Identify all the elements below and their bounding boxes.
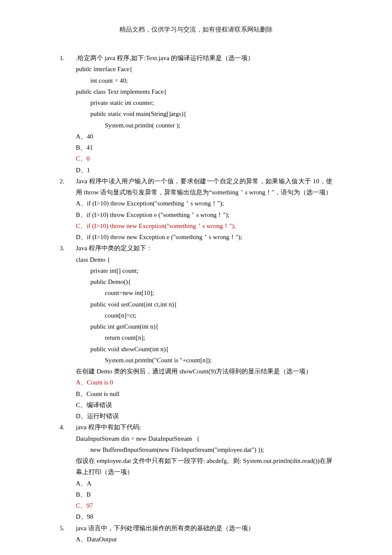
stem-line: new BufferedInputStream(new FileInputStr… xyxy=(76,444,332,455)
stem-line: pubilc class Text implements Face{ xyxy=(76,86,332,97)
question-body: java 语言中，下列处理输出操作的所有类的基础的是（选一项） A、DataOu… xyxy=(76,523,332,545)
stem-line: public int getCount(int n){ xyxy=(76,321,332,332)
stem-line: .给定两个 java 程序,如下:Text.java 的编译运行结果是（选一项） xyxy=(76,52,332,64)
question-number: 4. xyxy=(60,422,76,433)
question-number: 3. xyxy=(60,243,76,254)
stem-line: java 程序中有如下代码: xyxy=(76,422,332,433)
option: D、if (I>10) throw new Exception e ("some… xyxy=(76,231,332,243)
stem-line: Java 程序中读入用户输入的一个值，要求创建一个自定义的异常，如果输入值大于 … xyxy=(76,176,332,198)
option-correct: A、Count is 0 xyxy=(76,377,332,388)
stem-line: count=new int[10]; xyxy=(76,287,332,298)
option: A、if (I>10) throw Exception("something＇s… xyxy=(76,198,332,209)
stem-line: System.out.println( counter ); xyxy=(76,120,332,131)
question-number: 5. xyxy=(60,523,76,534)
question-body: java 程序中有如下代码: DataInputStream din = new… xyxy=(76,422,332,522)
stem-line: count[n]=ct; xyxy=(76,310,332,321)
stem-line: 在创建 Demo 类的实例后，通过调用 showCount(9)方法得到的显示结… xyxy=(76,366,332,377)
question-item: 1. .给定两个 java 程序,如下:Text.java 的编译运行结果是（选… xyxy=(60,52,332,176)
option: D、运行时错误 xyxy=(76,410,332,422)
stem-line: 假设在 employee.dat 文件中只有如下一段字符: abcdefg。则:… xyxy=(76,455,332,478)
option: B、if (I>10) throw Exception e ("somethin… xyxy=(76,209,332,220)
question-list: 1. .给定两个 java 程序,如下:Text.java 的编译运行结果是（选… xyxy=(60,52,332,545)
option: A、DataOutput xyxy=(76,534,332,545)
stem-line: public void showCount(int n){ xyxy=(76,344,332,355)
option-correct: C、if (I>10) throw new Exception("somethi… xyxy=(76,220,332,231)
option: D、98 xyxy=(76,511,332,522)
stem-line: Java 程序中类的定义如下： xyxy=(76,243,332,254)
stem-line: return count[n]; xyxy=(76,332,332,343)
option: C、编译错误 xyxy=(76,399,332,410)
stem-line: private int[] count; xyxy=(76,265,332,276)
option: B、41 xyxy=(76,142,332,153)
question-number: 1. xyxy=(60,52,76,64)
stem-line: pubilc static void main(String[]args){ xyxy=(76,108,332,119)
option: B、Count is null xyxy=(76,388,332,399)
header-notice: 精品文档，仅供学习与交流，如有侵权请联系网站删除 xyxy=(60,26,332,34)
stem-line: public void setCount(int ct,int n){ xyxy=(76,299,332,310)
question-body: .给定两个 java 程序,如下:Text.java 的编译运行结果是（选一项）… xyxy=(76,52,332,176)
option: D、1 xyxy=(76,165,332,176)
option: A、A xyxy=(76,478,332,489)
question-item: 5. java 语言中，下列处理输出操作的所有类的基础的是（选一项） A、Dat… xyxy=(60,523,332,545)
stem-line: class Demo { xyxy=(76,254,332,265)
stem-line: System.out.println("Count is "+count[n])… xyxy=(76,355,332,366)
stem-line: int count = 40; xyxy=(76,75,332,86)
question-number: 2. xyxy=(60,176,76,187)
question-body: Java 程序中读入用户输入的一个值，要求创建一个自定义的异常，如果输入值大于 … xyxy=(76,176,332,243)
question-item: 2. Java 程序中读入用户输入的一个值，要求创建一个自定义的异常，如果输入值… xyxy=(60,176,332,243)
document-page: 精品文档，仅供学习与交流，如有侵权请联系网站删除 1. .给定两个 java 程… xyxy=(0,0,392,555)
option: A、40 xyxy=(76,131,332,142)
question-item: 4. java 程序中有如下代码: DataInputStream din = … xyxy=(60,422,332,522)
option: B、B xyxy=(76,489,332,500)
option-correct: C、97 xyxy=(76,500,332,511)
question-item: 3. Java 程序中类的定义如下： class Demo { private … xyxy=(60,243,332,422)
stem-line: DataInputStream din = new DataInputStrea… xyxy=(76,433,332,444)
stem-line: pubilc interface Face{ xyxy=(76,64,332,75)
question-body: Java 程序中类的定义如下： class Demo { private int… xyxy=(76,243,332,422)
stem-line: public Demo(){ xyxy=(76,276,332,287)
stem-line: java 语言中，下列处理输出操作的所有类的基础的是（选一项） xyxy=(76,523,332,534)
option-correct: C、0 xyxy=(76,153,332,164)
stem-line: private static int counter; xyxy=(76,97,332,108)
